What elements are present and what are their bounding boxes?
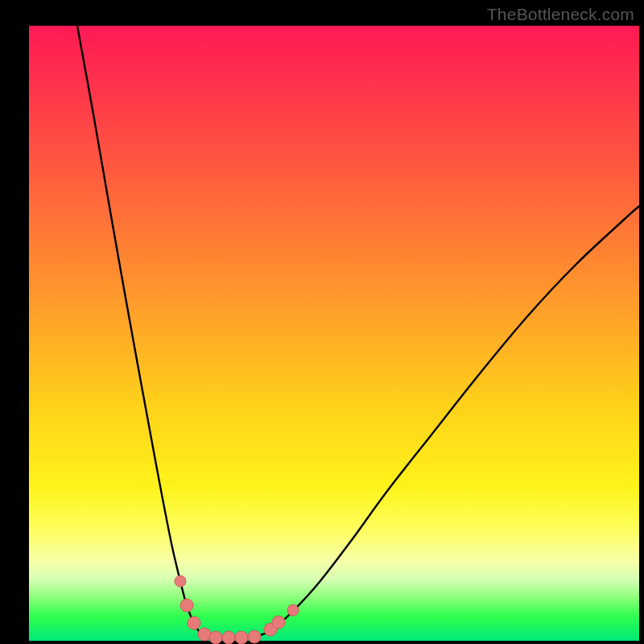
curve-marker [235,631,248,644]
curve-marker [188,617,200,630]
chart-svg [29,26,639,641]
chart-frame: TheBottleneck.com [0,0,644,644]
curve-marker [198,628,211,641]
markers-group [175,576,299,644]
curve-marker [175,576,186,587]
curve-marker [209,631,222,644]
curve-marker [180,599,193,612]
curve-marker [272,616,285,629]
curve-marker [222,631,235,644]
watermark-text: TheBottleneck.com [487,5,634,24]
curve-marker [248,630,261,643]
curve-marker [287,605,299,616]
plot-area [29,26,639,641]
v-curve-path [77,26,639,638]
